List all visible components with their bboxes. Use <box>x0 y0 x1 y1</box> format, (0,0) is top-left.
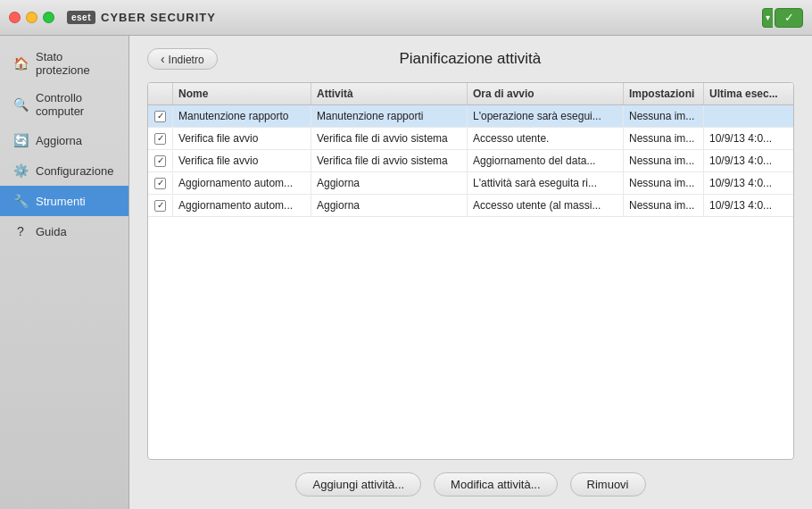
maximize-button[interactable] <box>43 12 54 23</box>
table-row[interactable]: Verifica file avvio Verifica file di avv… <box>148 150 793 172</box>
table-row[interactable]: Aggiornamento autom... Aggiorna Accesso … <box>148 195 793 217</box>
cell-ora: Aggiornamento del data... <box>468 150 624 171</box>
home-icon: 🏠 <box>12 55 29 71</box>
col-ora: Ora di avvio <box>468 83 624 104</box>
page-title: Pianificazione attività <box>218 50 723 68</box>
col-nome: Nome <box>173 83 311 104</box>
row-checkbox[interactable] <box>148 151 173 171</box>
col-ultima: Ultima esec... <box>704 83 793 104</box>
checkbox-icon[interactable] <box>154 111 166 122</box>
cell-ultima: 10/9/13 4:0... <box>704 128 793 149</box>
back-button[interactable]: Indietro <box>147 48 218 70</box>
sidebar-item-strumenti[interactable]: 🔧 Strumenti <box>0 186 128 216</box>
sidebar-item-guida[interactable]: ? Guida <box>0 216 128 246</box>
main-layout: 🏠 Stato protezione 🔍 Controllo computer … <box>0 36 812 509</box>
cell-ultima: 10/9/13 4:0... <box>704 172 793 194</box>
app-name: CYBER SECURITY <box>101 11 216 24</box>
sidebar-label-strumenti: Strumenti <box>36 195 86 208</box>
col-checkbox <box>148 83 173 104</box>
sidebar-item-controllo-computer[interactable]: 🔍 Controllo computer <box>0 84 128 125</box>
checkbox-icon[interactable] <box>154 133 166 145</box>
sidebar-item-stato-protezione[interactable]: 🏠 Stato protezione <box>0 43 128 84</box>
col-impostazioni: Impostazioni <box>624 83 704 104</box>
checkbox-icon[interactable] <box>154 178 166 189</box>
cell-nome: Manutenzione rapporto <box>173 105 311 127</box>
sidebar: 🏠 Stato protezione 🔍 Controllo computer … <box>0 36 129 509</box>
cell-ultima: 10/9/13 4:0... <box>704 150 793 171</box>
cell-attivita: Verifica file di avvio sistema <box>311 128 468 149</box>
app-logo: eset CYBER SECURITY <box>67 11 216 24</box>
cell-attivita: Manutenzione rapporti <box>311 105 468 127</box>
sidebar-label-controllo: Controllo computer <box>36 91 116 118</box>
status-checkmark[interactable] <box>775 8 803 28</box>
cell-impostazioni: Nessuna im... <box>624 105 704 127</box>
edit-activity-button[interactable]: Modifica attività... <box>434 472 557 496</box>
cell-ora: L'operazione sarà esegui... <box>468 105 624 127</box>
cell-impostazioni: Nessuna im... <box>624 128 704 149</box>
content-header: Indietro Pianificazione attività <box>147 48 794 70</box>
eset-badge: eset <box>67 11 95 24</box>
cell-impostazioni: Nessuna im... <box>624 195 704 216</box>
cell-nome: Aggiornamento autom... <box>173 172 311 194</box>
checkbox-icon[interactable] <box>154 155 166 167</box>
remove-button[interactable]: Rimuovi <box>570 472 646 496</box>
cell-ultima: 10/9/13 4:0... <box>704 195 793 216</box>
sidebar-item-aggiorna[interactable]: 🔄 Aggiorna <box>0 125 128 155</box>
status-chevron[interactable] <box>762 8 773 28</box>
cell-ora: Accesso utente (al massi... <box>468 195 624 216</box>
window-controls[interactable] <box>9 12 54 23</box>
sidebar-label-stato: Stato protezione <box>36 50 116 77</box>
search-icon: 🔍 <box>12 96 29 113</box>
gear-icon: ⚙️ <box>12 163 29 179</box>
cell-ora: L'attività sarà eseguita ri... <box>468 172 624 194</box>
sidebar-label-aggiorna: Aggiorna <box>36 134 82 147</box>
cell-attivita: Verifica file di avvio sistema <box>311 150 468 171</box>
tools-icon: 🔧 <box>12 193 29 209</box>
table-row[interactable]: Aggiornamento autom... Aggiorna L'attivi… <box>148 172 793 195</box>
content-area: Indietro Pianificazione attività Nome At… <box>129 36 812 509</box>
cell-impostazioni: Nessuna im... <box>624 172 704 194</box>
row-checkbox[interactable] <box>148 129 173 149</box>
titlebar: eset CYBER SECURITY <box>0 0 812 36</box>
row-checkbox[interactable] <box>148 196 173 216</box>
row-checkbox[interactable] <box>148 106 173 127</box>
sidebar-item-configurazione[interactable]: ⚙️ Configurazione <box>0 155 128 186</box>
add-activity-button[interactable]: Aggiungi attività... <box>295 472 421 496</box>
row-checkbox[interactable] <box>148 173 173 194</box>
cell-attivita: Aggiorna <box>311 195 468 216</box>
table-row[interactable]: Verifica file avvio Verifica file di avv… <box>148 128 793 150</box>
table-row[interactable]: Manutenzione rapporto Manutenzione rappo… <box>148 105 793 128</box>
cell-nome: Verifica file avvio <box>173 128 311 149</box>
cell-attivita: Aggiorna <box>311 172 468 194</box>
help-icon: ? <box>12 223 29 239</box>
close-button[interactable] <box>9 12 21 23</box>
cell-impostazioni: Nessuna im... <box>624 150 704 171</box>
minimize-button[interactable] <box>26 12 37 23</box>
checkbox-icon[interactable] <box>154 200 166 212</box>
cell-ultima <box>704 112 793 121</box>
cell-nome: Verifica file avvio <box>173 150 311 171</box>
sidebar-label-guida: Guida <box>36 225 67 238</box>
col-attivita: Attività <box>311 83 468 104</box>
task-table: Nome Attività Ora di avvio Impostazioni … <box>147 82 794 460</box>
table-header: Nome Attività Ora di avvio Impostazioni … <box>148 83 793 105</box>
update-icon: 🔄 <box>12 132 29 148</box>
sidebar-label-configurazione: Configurazione <box>36 164 113 178</box>
cell-nome: Aggiornamento autom... <box>173 195 311 216</box>
table-body: Manutenzione rapporto Manutenzione rappo… <box>148 105 793 459</box>
cell-ora: Accesso utente. <box>468 128 624 149</box>
bottom-bar: Aggiungi attività... Modifica attività..… <box>147 460 794 496</box>
